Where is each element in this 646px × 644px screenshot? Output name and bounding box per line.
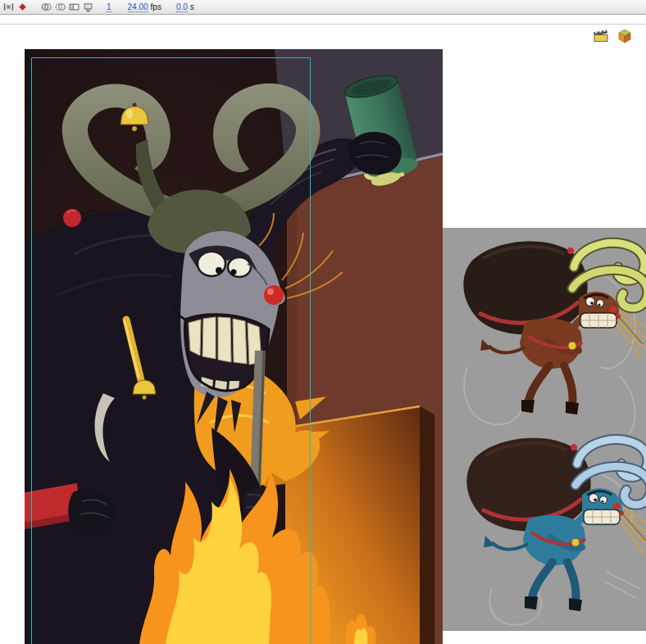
elapsed-time-unit: s <box>190 2 194 11</box>
edit-multiple-frames-button[interactable] <box>69 2 80 12</box>
stage-canvas[interactable] <box>25 49 443 644</box>
onion-skin-outlines-button[interactable] <box>55 2 66 12</box>
edit-scene-button[interactable] <box>593 29 609 43</box>
frame-rate-unit: fps <box>151 2 162 11</box>
frame-rate-value[interactable]: 24.00 <box>128 2 148 12</box>
modify-markers-icon <box>83 2 93 12</box>
frame-rate-field: 24.00fps <box>128 2 162 11</box>
timeline-status-bar: 1 24.00fps 0.0s <box>0 0 646 15</box>
right-eye <box>228 257 251 277</box>
onion-skin-icon <box>41 2 52 12</box>
edit-bar <box>593 29 633 43</box>
application-window: 1 24.00fps 0.0s <box>0 0 646 644</box>
modify-markers-button[interactable] <box>83 2 93 12</box>
panel-divider <box>0 24 646 25</box>
reference-panel <box>443 228 646 631</box>
pom-pom <box>63 209 81 227</box>
keyframe-marker-icon <box>17 2 28 12</box>
elapsed-time-value[interactable]: 0.0 <box>176 2 188 12</box>
jester-illustration <box>25 49 443 644</box>
onion-skin-button[interactable] <box>41 2 52 12</box>
edit-multiple-frames-icon <box>69 2 80 12</box>
edit-scene-icon <box>593 29 609 43</box>
edit-symbol-icon <box>617 29 632 43</box>
onion-skin-outlines-icon <box>55 2 66 12</box>
current-frame-value[interactable]: 1 <box>107 2 111 12</box>
center-frame-icon <box>3 2 14 12</box>
edit-symbol-button[interactable] <box>616 29 633 43</box>
red-nose <box>264 285 284 305</box>
center-frame-button[interactable] <box>3 2 14 12</box>
elapsed-time-field: 0.0s <box>176 2 194 11</box>
